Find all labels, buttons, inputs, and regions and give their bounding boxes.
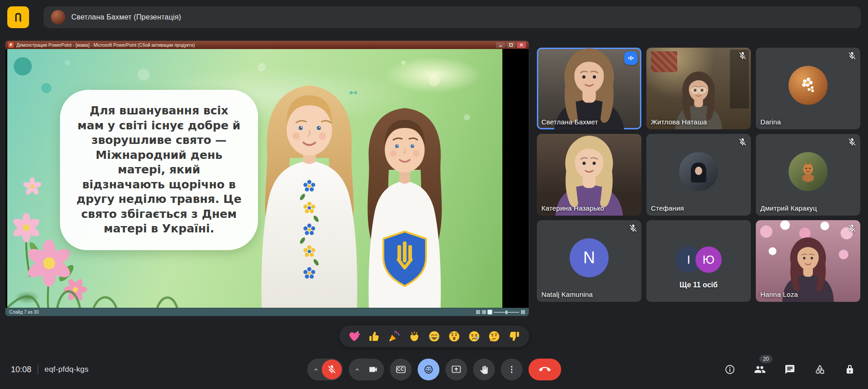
clapping-hands-icon[interactable] — [407, 330, 421, 343]
mic-off-icon — [848, 51, 857, 60]
mic-off-icon — [629, 224, 638, 233]
presenter-name: Светлана Бахмет (Презентація) — [71, 13, 181, 21]
panel-buttons: 20 — [720, 357, 860, 382]
fit-window-icon — [521, 310, 525, 314]
slide-text: Для вшанування всіх мам у світі існує до… — [75, 103, 243, 236]
mic-options-button[interactable] — [311, 359, 321, 380]
overflow-count-label: Ще 11 осіб — [646, 281, 751, 289]
cat-avatar-art — [794, 158, 822, 185]
avatar — [789, 152, 828, 191]
slide-counter: Слайд 7 из 30 — [9, 310, 39, 315]
mic-off-icon — [327, 364, 337, 374]
powerpoint-statusbar: Слайд 7 из 30 — [5, 308, 529, 316]
raise-hand-button[interactable] — [473, 359, 495, 380]
meeting-code: eqf-pfdq-kgs — [45, 365, 89, 374]
end-call-button[interactable] — [528, 359, 561, 380]
powerpoint-titlebar: Демонстрация PowerPoint - [мама] - Micro… — [5, 41, 529, 49]
sorter-view-icon — [482, 310, 486, 314]
mic-control — [307, 359, 342, 380]
chat-icon — [784, 364, 795, 375]
chevron-up-icon — [354, 366, 360, 373]
participant-tile-zhytlova[interactable]: Житлова Наташа — [646, 48, 751, 129]
people-icon — [754, 364, 766, 375]
chat-button[interactable] — [780, 359, 800, 380]
participant-grid: Светлана Бахмет Житлова Наташа Darina Ка… — [537, 48, 860, 302]
present-button[interactable] — [445, 359, 467, 380]
slide-canvas: Для вшанування всіх мам у світі існує до… — [5, 49, 529, 308]
participant-tile-natalj[interactable]: N Natalj Kamunina — [537, 220, 641, 302]
powerpoint-app-icon — [8, 42, 14, 48]
thumbs-down-icon[interactable] — [507, 330, 521, 343]
participant-name: Светлана Бахмет — [541, 118, 598, 126]
participant-name: Стефания — [651, 204, 684, 212]
more-options-button[interactable] — [501, 359, 522, 380]
mute-button[interactable] — [322, 359, 342, 379]
raise-hand-icon — [479, 365, 489, 374]
camera-options-button[interactable] — [352, 359, 362, 380]
letter-avatar: Ю — [695, 246, 722, 273]
speaking-indicator-icon — [624, 51, 638, 65]
app-logo-icon — [12, 11, 24, 23]
participant-name: Darina — [760, 118, 781, 126]
minimize-icon — [496, 42, 505, 48]
mic-off-icon — [848, 138, 857, 147]
activities-button[interactable] — [810, 359, 830, 380]
participant-name: Hanna Loza — [760, 291, 798, 298]
view-controls — [476, 310, 525, 314]
overflow-avatars: І Ю — [646, 246, 751, 273]
meeting-info: 10:08 eqf-pfdq-kgs — [11, 357, 89, 382]
astonished-face-icon[interactable] — [447, 330, 461, 343]
close-icon — [517, 42, 526, 48]
character-avatar-art — [685, 158, 712, 185]
smiley-icon — [423, 364, 434, 375]
mic-off-icon — [848, 224, 857, 233]
mic-off-icon — [738, 138, 747, 147]
overflow-tile[interactable]: І Ю Ще 11 осіб — [646, 220, 751, 302]
camera-button[interactable] — [363, 359, 383, 379]
host-controls-button[interactable] — [840, 359, 860, 380]
participant-count-badge: 20 — [759, 355, 773, 363]
thinking-face-icon[interactable] — [487, 330, 501, 343]
sparkling-heart-icon[interactable] — [347, 330, 361, 343]
chevron-up-icon — [312, 366, 319, 373]
face-with-tears-of-joy-icon[interactable] — [427, 330, 441, 343]
camera-control — [348, 359, 384, 380]
participant-tile-hanna[interactable]: Hanna Loza — [756, 220, 860, 302]
participant-tile-svitlana[interactable]: Светлана Бахмет — [537, 48, 641, 129]
slide: Для вшанування всіх мам у світі існує до… — [7, 49, 502, 308]
maximize-icon — [506, 42, 516, 48]
info-icon — [724, 364, 735, 375]
screenshare-view: Демонстрация PowerPoint - [мама] - Micro… — [5, 41, 529, 316]
participant-tile-dmytrii[interactable]: Дмитрий Каракуц — [756, 134, 860, 216]
crying-face-icon[interactable] — [467, 330, 481, 343]
divider — [38, 364, 38, 374]
participant-tile-stefania[interactable]: Стефания — [646, 134, 751, 216]
avatar — [789, 66, 828, 105]
participant-tile-darina[interactable]: Darina — [756, 48, 860, 129]
meeting-details-button[interactable] — [720, 359, 740, 380]
party-popper-icon[interactable] — [387, 330, 401, 343]
reactions-button[interactable] — [417, 359, 439, 380]
participant-name: Катерина Назарько — [541, 204, 604, 212]
cc-label: CC — [390, 367, 412, 372]
slideshow-view-icon — [488, 310, 492, 314]
presentation-banner: Светлана Бахмет (Презентація) — [44, 6, 861, 28]
present-screen-icon — [451, 364, 461, 375]
activities-icon — [814, 364, 825, 375]
zoom-slider — [494, 312, 519, 313]
letter-avatar: N — [570, 238, 609, 277]
avatar — [679, 152, 718, 191]
host-controls-icon — [844, 364, 855, 375]
more-options-icon — [506, 364, 516, 374]
participant-name: Дмитрий Каракуц — [760, 204, 817, 212]
top-bar: Светлана Бахмет (Презентація) — [0, 0, 868, 34]
reactions-bar — [339, 325, 529, 347]
presenter-avatar — [51, 10, 65, 25]
participant-name: Житлова Наташа — [651, 118, 707, 126]
participant-tile-katerina[interactable]: Катерина Назарько — [537, 134, 641, 216]
videocam-icon — [368, 364, 378, 374]
participants-button[interactable]: 20 — [750, 359, 770, 380]
thumbs-up-icon[interactable] — [367, 330, 381, 343]
participant-name: Natalj Kamunina — [541, 291, 593, 298]
captions-button[interactable]: CC — [390, 359, 412, 380]
